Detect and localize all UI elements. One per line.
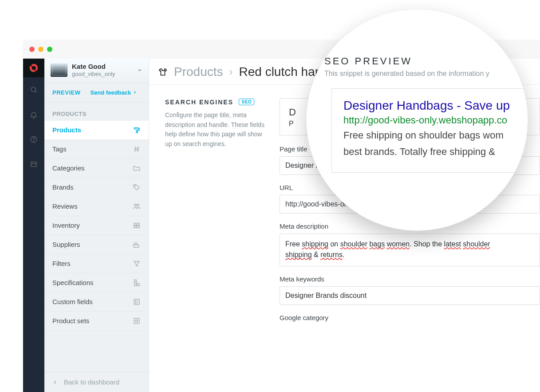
magnifier-google-desc1: Free shipping on shoulder bags wom — [343, 129, 528, 143]
svg-rect-4 — [31, 162, 36, 167]
svg-point-12 — [134, 204, 137, 206]
rail-help-icon[interactable] — [23, 127, 44, 152]
sidebar-item-label: Suppliers — [52, 241, 80, 248]
drawer-icon — [133, 222, 141, 230]
google-category-label: Google category — [280, 314, 540, 321]
logo-icon[interactable] — [23, 59, 44, 77]
svg-point-0 — [31, 87, 36, 92]
magnifier-overlay: SEO PREVIEW This snippet is generated ba… — [306, 9, 528, 231]
window-max-dot[interactable] — [47, 47, 52, 52]
shirt-icon — [158, 67, 168, 77]
paint-icon — [133, 126, 141, 134]
meta-keywords-label: Meta keywords — [280, 275, 540, 283]
magnifier-heading: SEO PREVIEW — [307, 55, 528, 67]
meta-keywords-input[interactable] — [280, 286, 540, 305]
sidebar-item-suppliers[interactable]: Suppliers — [44, 235, 149, 254]
sidebar-item-filters[interactable]: Filters — [44, 254, 149, 273]
folder-icon — [133, 164, 141, 172]
chevron-right-icon: › — [229, 66, 233, 78]
svg-rect-30 — [134, 318, 139, 324]
section-description: Configure the page title, meta descripti… — [165, 111, 268, 149]
sidebar-item-inventory[interactable]: Inventory — [44, 216, 149, 235]
sidebar-item-label: Specifications — [52, 279, 94, 286]
sidebar-item-products[interactable]: Products — [44, 121, 149, 140]
back-to-dashboard-label: Back to dashboard — [64, 378, 119, 386]
sidebar-item-label: Products — [52, 126, 81, 134]
factory-icon — [133, 241, 141, 249]
svg-rect-25 — [134, 299, 139, 305]
rail-panel-icon[interactable] — [23, 152, 44, 177]
magnifier-card: Designer Handbags - Save up http://good-… — [331, 88, 528, 173]
sidebar-item-categories[interactable]: Categories — [44, 159, 149, 178]
sidebar-item-label: Filters — [52, 260, 71, 267]
svg-point-13 — [137, 204, 139, 206]
back-to-dashboard[interactable]: Back to dashboard — [44, 372, 149, 392]
chevron-down-icon — [137, 67, 142, 73]
window-close-dot[interactable] — [29, 47, 35, 52]
svg-point-3 — [34, 141, 34, 141]
nav-rail — [23, 59, 44, 392]
send-feedback-link[interactable]: Send feedback — [90, 89, 137, 96]
svg-rect-6 — [136, 131, 138, 133]
section-heading: SEARCH ENGINES — [165, 99, 233, 106]
magnifier-google-desc2: best brands. Totally free shipping & — [343, 145, 528, 159]
hash-icon — [133, 145, 141, 153]
svg-line-1 — [35, 91, 36, 92]
magnifier-google-title: Designer Handbags - Save up — [343, 99, 528, 113]
svg-point-11 — [134, 186, 135, 186]
ruler-icon — [133, 279, 141, 287]
sidebar: Kate Good good_vibes_only PREVIEW Send f… — [44, 59, 149, 392]
sidebar-item-product-sets[interactable]: Product sets — [44, 312, 149, 331]
breadcrumb-root[interactable]: Products — [174, 65, 223, 79]
people-icon — [133, 202, 141, 210]
rail-search-icon[interactable] — [23, 77, 44, 102]
sidebar-item-label: Product sets — [52, 317, 89, 325]
sidebar-item-label: Brands — [52, 183, 74, 191]
magnifier-sub: This snippet is generated based on the i… — [307, 67, 528, 78]
meta-description-input[interactable]: Free shipping on shoulder bags women. Sh… — [280, 234, 540, 266]
sidebar-item-reviews[interactable]: Reviews — [44, 197, 149, 216]
svg-line-9 — [135, 147, 136, 152]
sidebar-item-label: Categories — [52, 164, 85, 172]
avatar — [51, 63, 67, 77]
window-min-dot[interactable] — [38, 47, 43, 52]
account-handle: good_vibes_only — [72, 71, 115, 77]
sidebar-item-label: Tags — [52, 145, 67, 153]
box-icon — [133, 317, 141, 325]
rail-bell-icon[interactable] — [23, 102, 44, 127]
send-feedback-label: Send feedback — [90, 89, 131, 96]
seo-badge: SEO — [239, 99, 254, 105]
sidebar-item-label: Reviews — [52, 202, 78, 210]
sidebar-item-brands[interactable]: Brands — [44, 178, 149, 197]
sidebar-item-tags[interactable]: Tags — [44, 140, 149, 159]
sidebar-item-label: Inventory — [52, 222, 80, 229]
account-switcher[interactable]: Kate Good good_vibes_only — [44, 59, 149, 83]
sidebar-section-label: PRODUCTS — [44, 103, 149, 121]
svg-rect-24 — [138, 283, 140, 285]
svg-point-26 — [135, 300, 136, 301]
sidebar-item-custom-fields[interactable]: Custom fields — [44, 293, 149, 312]
filter-icon — [133, 260, 141, 268]
magnifier-google-url: http://good-vibes-only.webshopapp.co — [343, 115, 528, 126]
form-icon — [133, 298, 141, 306]
tab-preview[interactable]: PREVIEW — [52, 89, 80, 96]
sidebar-item-label: Custom fields — [52, 298, 93, 305]
svg-line-10 — [138, 147, 138, 152]
svg-point-28 — [135, 302, 136, 303]
sidebar-item-specifications[interactable]: Specifications — [44, 273, 149, 293]
tag-icon — [133, 183, 141, 191]
account-name: Kate Good — [72, 63, 115, 71]
